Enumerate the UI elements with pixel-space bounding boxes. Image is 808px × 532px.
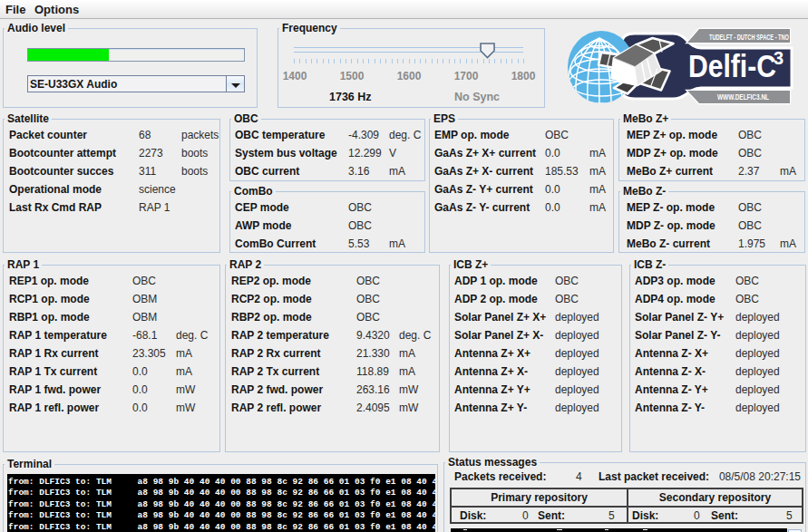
svg-text:TUDELFT - DUTCH SPACE - TNO: TUDELFT - DUTCH SPACE - TNO xyxy=(709,32,789,42)
svg-text:Delfi-C: Delfi-C xyxy=(688,48,776,83)
svg-text:3: 3 xyxy=(774,48,784,68)
svg-text:WWW.DELFIC3.NL: WWW.DELFIC3.NL xyxy=(717,92,769,102)
